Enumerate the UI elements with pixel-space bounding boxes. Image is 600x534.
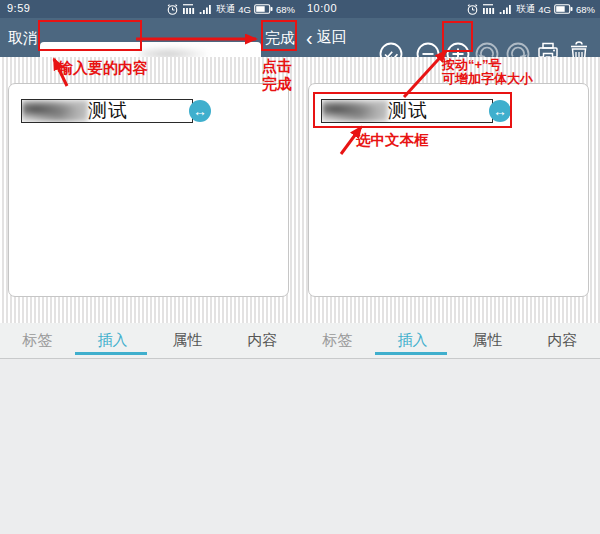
edit-toolbar: 取消 完成: [0, 18, 300, 57]
carrier-text: 联通: [516, 3, 535, 16]
tab-label[interactable]: 标签: [300, 323, 375, 358]
label-card[interactable]: 测试 ↔: [8, 83, 289, 297]
active-tab-underline: [375, 352, 447, 355]
resize-handle[interactable]: ↔: [489, 100, 511, 122]
insert-tool-grid: T 文本 一维码: [300, 359, 600, 534]
text-element-label: 测试: [88, 100, 128, 122]
done-button[interactable]: 完成: [265, 18, 295, 57]
battery-icon: [254, 4, 273, 14]
alarm-clock-icon: [166, 3, 179, 16]
tab-property[interactable]: 属性: [150, 323, 225, 358]
tab-label[interactable]: 标签: [0, 323, 75, 358]
text-element-label: 测试: [388, 100, 428, 122]
horizontal-arrow-icon: ↔: [193, 104, 207, 118]
horizontal-arrow-icon: ↔: [493, 104, 507, 118]
signal-bars-icon: [499, 3, 513, 15]
label-canvas: 测试 ↔: [300, 57, 600, 323]
status-time: 9:59: [7, 2, 30, 14]
vowifi-icon: [482, 3, 496, 15]
cancel-button[interactable]: 取消: [8, 18, 38, 57]
bottom-tab-bar: 标签 插入 属性 内容: [0, 323, 300, 359]
censored-blur: [322, 100, 388, 122]
insert-tool-grid: T 文本 一维码: [0, 359, 300, 534]
signal-bars-icon: [199, 3, 213, 15]
battery-percent: 68%: [576, 4, 595, 15]
screen-edit-text: 9:59 联通 4G: [0, 0, 300, 534]
network-text: 4G: [538, 4, 551, 15]
back-button[interactable]: ‹ 返回: [306, 18, 347, 57]
chevron-left-icon: ‹: [306, 20, 313, 56]
tab-content[interactable]: 内容: [225, 323, 300, 358]
tab-property[interactable]: 属性: [450, 323, 525, 358]
editor-toolbar: ‹ 返回: [300, 18, 600, 57]
battery-percent: 68%: [276, 4, 295, 15]
vowifi-icon: [182, 3, 196, 15]
screen-label-editor: 10:00 联通 4G: [300, 0, 600, 534]
status-time: 10:00: [307, 2, 337, 14]
alarm-clock-icon: [466, 3, 479, 16]
label-canvas: 测试 ↔: [0, 57, 300, 323]
text-element-selected[interactable]: 测试: [321, 99, 493, 123]
censored-blur: [22, 100, 88, 122]
tab-content[interactable]: 内容: [525, 323, 600, 358]
battery-icon: [554, 4, 573, 14]
active-tab-underline: [75, 352, 147, 355]
text-element[interactable]: 测试: [21, 99, 193, 123]
carrier-text: 联通: [216, 3, 235, 16]
label-card[interactable]: 测试 ↔: [308, 83, 589, 297]
status-bar: 9:59 联通 4G: [0, 0, 300, 18]
network-text: 4G: [238, 4, 251, 15]
resize-handle[interactable]: ↔: [189, 100, 211, 122]
status-bar: 10:00 联通 4G: [300, 0, 600, 18]
bottom-tab-bar: 标签 插入 属性 内容: [300, 323, 600, 359]
